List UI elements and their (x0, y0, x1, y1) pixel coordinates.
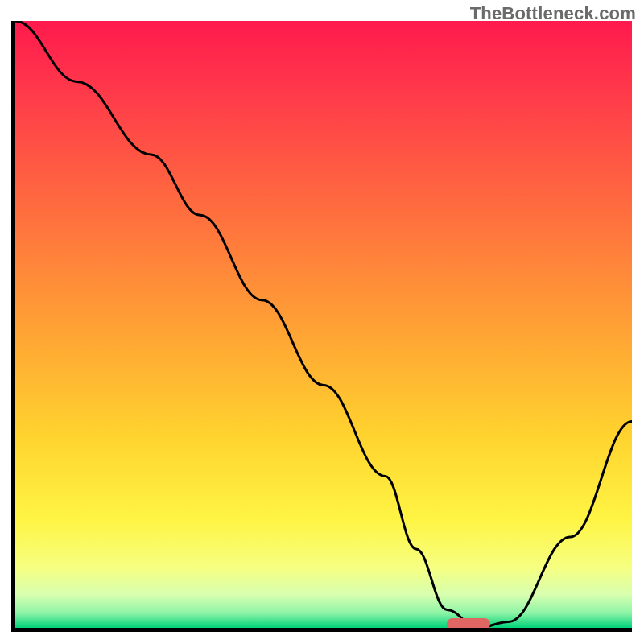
watermark-text: TheBottleneck.com (470, 3, 636, 24)
optimum-marker (447, 618, 490, 628)
plot-area (15, 21, 632, 628)
bottleneck-chart: TheBottleneck.com (0, 0, 644, 644)
plot-axes (11, 21, 632, 632)
bottleneck-curve (15, 21, 632, 628)
